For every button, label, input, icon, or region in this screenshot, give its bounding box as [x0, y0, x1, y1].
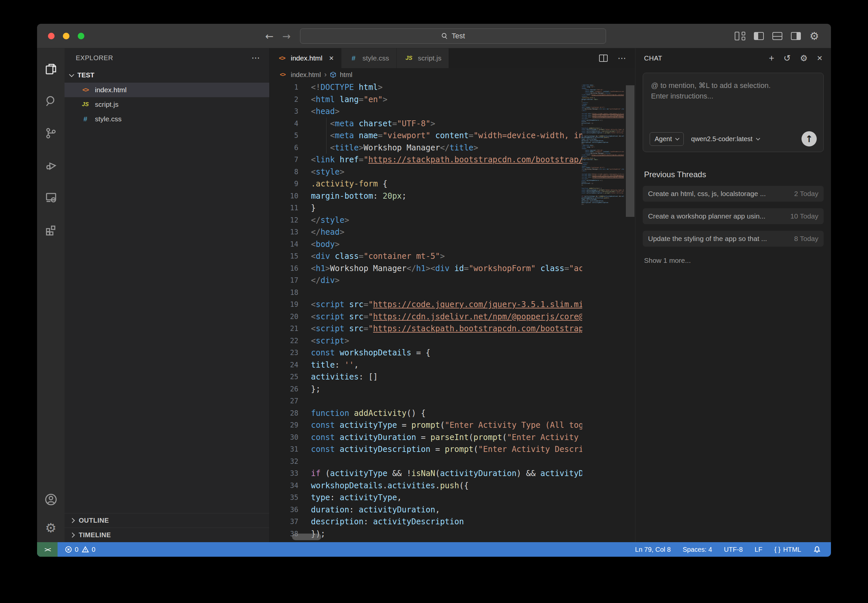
customize-layout-icon[interactable] [735, 32, 745, 40]
thread-item[interactable]: Update the styling of the app so that ..… [643, 231, 824, 247]
thread-item[interactable]: Create an html, css, js, localstorage ..… [643, 186, 824, 202]
toggle-panel-icon[interactable] [772, 32, 782, 40]
more-actions-icon[interactable]: ⋯ [618, 53, 626, 63]
language-mode[interactable]: { } HTML [774, 546, 801, 554]
chevron-right-icon [70, 518, 75, 523]
explorer-more-actions-icon[interactable]: ⋯ [251, 53, 261, 63]
eol-sequence[interactable]: LF [755, 546, 762, 554]
navigate-forward-icon[interactable]: → [282, 30, 290, 42]
chat-settings-gear-icon[interactable]: ⚙ [800, 53, 808, 63]
thread-item[interactable]: Create a workshop planner app usin... 10… [643, 208, 824, 224]
show-more-link[interactable]: Show 1 more... [644, 257, 822, 264]
extensions-icon[interactable] [37, 213, 65, 245]
settings-gear-icon[interactable]: ⚙ [809, 31, 819, 41]
chat-panel-title: CHAT [644, 54, 662, 62]
minimap[interactable]: <!DOCTYPE html><html lang="en"><head> <m… [581, 85, 624, 217]
chat-input-box[interactable]: @ to mention, ⌘L to add a selection. Ent… [643, 73, 824, 152]
file-name: script.js [95, 100, 118, 108]
remote-explorer-icon[interactable] [37, 181, 65, 213]
scrollbar-thumb[interactable] [626, 85, 634, 217]
search-icon[interactable] [37, 85, 65, 117]
minimize-window-button[interactable] [63, 33, 70, 39]
navigate-back-icon[interactable]: ← [265, 30, 274, 42]
vscode-window: ← → Test ⚙ [37, 24, 831, 557]
editor-group: <> index.html × # style.css JS script.js… [270, 48, 635, 542]
file-row-style-css[interactable]: # style.css [65, 112, 269, 126]
explorer-icon[interactable] [37, 53, 65, 85]
close-panel-icon[interactable]: × [817, 53, 822, 63]
maximize-window-button[interactable] [78, 33, 84, 39]
warning-count: 0 [91, 546, 95, 554]
breadcrumb-symbol[interactable]: html [340, 71, 352, 79]
thread-count: 2 Today [794, 190, 818, 198]
section-label: TIMELINE [79, 531, 111, 539]
timeline-section[interactable]: TIMELINE [65, 527, 269, 542]
split-editor-icon[interactable] [599, 54, 608, 62]
error-count: 0 [75, 546, 78, 554]
agent-mode-dropdown[interactable]: Agent [649, 132, 684, 146]
toggle-primary-sidebar-icon[interactable] [754, 32, 764, 40]
file-row-index-html[interactable]: <> index.html [65, 83, 269, 97]
folder-name: TEST [78, 71, 94, 79]
chevron-right-icon [70, 533, 75, 538]
cursor-position[interactable]: Ln 79, Col 8 [635, 546, 671, 554]
toggle-secondary-sidebar-icon[interactable] [791, 32, 801, 40]
breadcrumb-file[interactable]: index.html [291, 71, 321, 79]
search-icon [441, 32, 448, 40]
chevron-down-icon [756, 136, 760, 141]
chevron-down-icon [675, 136, 679, 141]
history-icon[interactable]: ↺ [784, 53, 791, 63]
status-bar: >< 0 0 Ln 79, Col 8 Spaces: 4 UTF-8 LF {… [37, 542, 831, 557]
send-button[interactable]: ↑ [801, 131, 817, 147]
account-icon[interactable] [37, 485, 65, 514]
close-window-button[interactable] [48, 33, 54, 39]
model-label: qwen2.5-coder:latest [691, 135, 753, 143]
encoding[interactable]: UTF-8 [724, 546, 743, 554]
problems-errors[interactable]: 0 [65, 546, 78, 554]
command-center-search[interactable]: Test [300, 28, 606, 44]
section-label: OUTLINE [79, 517, 109, 524]
thread-title: Create a workshop planner app usin... [648, 212, 786, 220]
chevron-down-icon [69, 72, 74, 77]
code-lines: 1<!DOCTYPE html>2<html lang="en">3<head>… [270, 81, 635, 540]
previous-threads-heading: Previous Threads [644, 170, 822, 179]
css-file-icon: # [81, 115, 90, 123]
activity-bar: ⚙ [37, 48, 65, 542]
notifications-bell-icon[interactable] [813, 546, 821, 554]
source-control-icon[interactable] [37, 117, 65, 149]
agent-label: Agent [655, 135, 672, 143]
horizontal-scrollbar[interactable] [292, 533, 321, 540]
tab-label: script.js [418, 54, 441, 62]
outline-section[interactable]: OUTLINE [65, 513, 269, 527]
tab-script-js[interactable]: JS script.js [397, 48, 449, 68]
breadcrumb-separator: › [324, 70, 327, 79]
css-file-icon: # [349, 54, 358, 62]
code-editor[interactable]: 1<!DOCTYPE html>2<html lang="en">3<head>… [270, 81, 635, 542]
folder-row-test[interactable]: TEST [65, 67, 269, 83]
tab-label: index.html [291, 54, 322, 62]
breadcrumb: <> index.html › html [270, 68, 635, 81]
thread-title: Create an html, css, js, localstorage ..… [648, 190, 790, 198]
html-file-icon: <> [81, 86, 90, 94]
indentation[interactable]: Spaces: 4 [683, 546, 712, 554]
file-row-script-js[interactable]: JS script.js [65, 97, 269, 112]
file-name: style.css [95, 115, 122, 123]
close-tab-icon[interactable]: × [329, 54, 334, 63]
language-label: HTML [783, 546, 801, 554]
model-dropdown[interactable]: qwen2.5-coder:latest [691, 135, 760, 143]
tab-label: style.css [363, 54, 389, 62]
tab-bar: <> index.html × # style.css JS script.js… [270, 48, 635, 68]
new-chat-icon[interactable]: + [769, 53, 774, 63]
vertical-scrollbar[interactable] [625, 81, 635, 542]
remote-indicator[interactable]: >< [37, 542, 57, 557]
error-icon [65, 546, 72, 553]
run-debug-icon[interactable] [37, 149, 65, 181]
window-controls [48, 33, 84, 39]
tab-style-css[interactable]: # style.css [341, 48, 397, 68]
tab-index-html[interactable]: <> index.html × [270, 48, 341, 68]
problems-warnings[interactable]: 0 [82, 546, 95, 554]
symbol-cube-icon [330, 71, 336, 78]
thread-count: 8 Today [794, 235, 818, 243]
manage-gear-icon[interactable]: ⚙ [37, 514, 65, 542]
file-name: index.html [95, 86, 127, 94]
